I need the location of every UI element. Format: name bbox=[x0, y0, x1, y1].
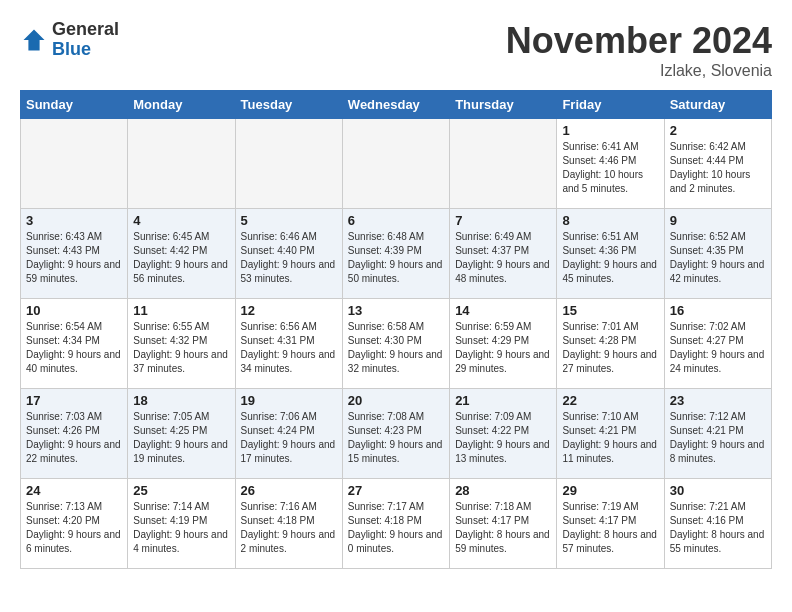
day-cell-3-3: 20 Sunrise: 7:08 AMSunset: 4:23 PMDaylig… bbox=[342, 389, 449, 479]
day-number: 6 bbox=[348, 213, 444, 228]
day-number: 4 bbox=[133, 213, 229, 228]
logo-icon bbox=[20, 26, 48, 54]
day-info: Sunrise: 6:55 AMSunset: 4:32 PMDaylight:… bbox=[133, 321, 228, 374]
day-info: Sunrise: 7:05 AMSunset: 4:25 PMDaylight:… bbox=[133, 411, 228, 464]
day-number: 23 bbox=[670, 393, 766, 408]
day-info: Sunrise: 7:16 AMSunset: 4:18 PMDaylight:… bbox=[241, 501, 336, 554]
day-info: Sunrise: 6:48 AMSunset: 4:39 PMDaylight:… bbox=[348, 231, 443, 284]
day-cell-4-0: 24 Sunrise: 7:13 AMSunset: 4:20 PMDaylig… bbox=[21, 479, 128, 569]
day-cell-1-3: 6 Sunrise: 6:48 AMSunset: 4:39 PMDayligh… bbox=[342, 209, 449, 299]
day-cell-0-5: 1 Sunrise: 6:41 AMSunset: 4:46 PMDayligh… bbox=[557, 119, 664, 209]
day-info: Sunrise: 6:46 AMSunset: 4:40 PMDaylight:… bbox=[241, 231, 336, 284]
day-number: 8 bbox=[562, 213, 658, 228]
day-info: Sunrise: 7:01 AMSunset: 4:28 PMDaylight:… bbox=[562, 321, 657, 374]
day-info: Sunrise: 6:51 AMSunset: 4:36 PMDaylight:… bbox=[562, 231, 657, 284]
calendar-table: Sunday Monday Tuesday Wednesday Thursday… bbox=[20, 90, 772, 569]
day-cell-4-5: 29 Sunrise: 7:19 AMSunset: 4:17 PMDaylig… bbox=[557, 479, 664, 569]
day-cell-2-0: 10 Sunrise: 6:54 AMSunset: 4:34 PMDaylig… bbox=[21, 299, 128, 389]
day-cell-4-4: 28 Sunrise: 7:18 AMSunset: 4:17 PMDaylig… bbox=[450, 479, 557, 569]
day-cell-2-3: 13 Sunrise: 6:58 AMSunset: 4:30 PMDaylig… bbox=[342, 299, 449, 389]
week-row-5: 24 Sunrise: 7:13 AMSunset: 4:20 PMDaylig… bbox=[21, 479, 772, 569]
header-monday: Monday bbox=[128, 91, 235, 119]
day-info: Sunrise: 6:41 AMSunset: 4:46 PMDaylight:… bbox=[562, 141, 643, 194]
day-cell-0-4 bbox=[450, 119, 557, 209]
day-cell-4-2: 26 Sunrise: 7:16 AMSunset: 4:18 PMDaylig… bbox=[235, 479, 342, 569]
day-cell-3-1: 18 Sunrise: 7:05 AMSunset: 4:25 PMDaylig… bbox=[128, 389, 235, 479]
day-number: 30 bbox=[670, 483, 766, 498]
day-cell-4-6: 30 Sunrise: 7:21 AMSunset: 4:16 PMDaylig… bbox=[664, 479, 771, 569]
day-info: Sunrise: 6:58 AMSunset: 4:30 PMDaylight:… bbox=[348, 321, 443, 374]
day-cell-2-5: 15 Sunrise: 7:01 AMSunset: 4:28 PMDaylig… bbox=[557, 299, 664, 389]
day-number: 17 bbox=[26, 393, 122, 408]
day-number: 2 bbox=[670, 123, 766, 138]
day-info: Sunrise: 6:45 AMSunset: 4:42 PMDaylight:… bbox=[133, 231, 228, 284]
day-number: 14 bbox=[455, 303, 551, 318]
day-number: 12 bbox=[241, 303, 337, 318]
day-cell-3-5: 22 Sunrise: 7:10 AMSunset: 4:21 PMDaylig… bbox=[557, 389, 664, 479]
logo-text: General Blue bbox=[52, 20, 119, 60]
day-cell-2-2: 12 Sunrise: 6:56 AMSunset: 4:31 PMDaylig… bbox=[235, 299, 342, 389]
header-sunday: Sunday bbox=[21, 91, 128, 119]
day-cell-1-0: 3 Sunrise: 6:43 AMSunset: 4:43 PMDayligh… bbox=[21, 209, 128, 299]
day-cell-3-6: 23 Sunrise: 7:12 AMSunset: 4:21 PMDaylig… bbox=[664, 389, 771, 479]
title-block: November 2024 Izlake, Slovenia bbox=[506, 20, 772, 80]
week-row-1: 1 Sunrise: 6:41 AMSunset: 4:46 PMDayligh… bbox=[21, 119, 772, 209]
day-info: Sunrise: 7:02 AMSunset: 4:27 PMDaylight:… bbox=[670, 321, 765, 374]
day-info: Sunrise: 6:49 AMSunset: 4:37 PMDaylight:… bbox=[455, 231, 550, 284]
day-cell-2-1: 11 Sunrise: 6:55 AMSunset: 4:32 PMDaylig… bbox=[128, 299, 235, 389]
day-info: Sunrise: 7:12 AMSunset: 4:21 PMDaylight:… bbox=[670, 411, 765, 464]
day-number: 29 bbox=[562, 483, 658, 498]
day-number: 15 bbox=[562, 303, 658, 318]
day-cell-1-2: 5 Sunrise: 6:46 AMSunset: 4:40 PMDayligh… bbox=[235, 209, 342, 299]
header-friday: Friday bbox=[557, 91, 664, 119]
week-row-2: 3 Sunrise: 6:43 AMSunset: 4:43 PMDayligh… bbox=[21, 209, 772, 299]
day-info: Sunrise: 7:10 AMSunset: 4:21 PMDaylight:… bbox=[562, 411, 657, 464]
day-number: 11 bbox=[133, 303, 229, 318]
day-number: 5 bbox=[241, 213, 337, 228]
logo: General Blue bbox=[20, 20, 119, 60]
header-thursday: Thursday bbox=[450, 91, 557, 119]
logo-blue: Blue bbox=[52, 40, 119, 60]
day-info: Sunrise: 7:18 AMSunset: 4:17 PMDaylight:… bbox=[455, 501, 550, 554]
day-cell-0-3 bbox=[342, 119, 449, 209]
day-number: 19 bbox=[241, 393, 337, 408]
day-number: 24 bbox=[26, 483, 122, 498]
day-cell-2-6: 16 Sunrise: 7:02 AMSunset: 4:27 PMDaylig… bbox=[664, 299, 771, 389]
day-info: Sunrise: 7:08 AMSunset: 4:23 PMDaylight:… bbox=[348, 411, 443, 464]
day-cell-1-5: 8 Sunrise: 6:51 AMSunset: 4:36 PMDayligh… bbox=[557, 209, 664, 299]
day-number: 3 bbox=[26, 213, 122, 228]
day-number: 20 bbox=[348, 393, 444, 408]
day-info: Sunrise: 7:03 AMSunset: 4:26 PMDaylight:… bbox=[26, 411, 121, 464]
month-title: November 2024 bbox=[506, 20, 772, 62]
day-number: 25 bbox=[133, 483, 229, 498]
day-info: Sunrise: 6:43 AMSunset: 4:43 PMDaylight:… bbox=[26, 231, 121, 284]
day-cell-0-0 bbox=[21, 119, 128, 209]
day-number: 9 bbox=[670, 213, 766, 228]
svg-marker-0 bbox=[24, 29, 45, 50]
day-number: 18 bbox=[133, 393, 229, 408]
header-wednesday: Wednesday bbox=[342, 91, 449, 119]
day-info: Sunrise: 7:09 AMSunset: 4:22 PMDaylight:… bbox=[455, 411, 550, 464]
day-cell-1-4: 7 Sunrise: 6:49 AMSunset: 4:37 PMDayligh… bbox=[450, 209, 557, 299]
day-number: 28 bbox=[455, 483, 551, 498]
day-number: 21 bbox=[455, 393, 551, 408]
day-info: Sunrise: 6:42 AMSunset: 4:44 PMDaylight:… bbox=[670, 141, 751, 194]
day-cell-1-6: 9 Sunrise: 6:52 AMSunset: 4:35 PMDayligh… bbox=[664, 209, 771, 299]
day-info: Sunrise: 6:54 AMSunset: 4:34 PMDaylight:… bbox=[26, 321, 121, 374]
day-info: Sunrise: 7:17 AMSunset: 4:18 PMDaylight:… bbox=[348, 501, 443, 554]
day-info: Sunrise: 6:59 AMSunset: 4:29 PMDaylight:… bbox=[455, 321, 550, 374]
day-info: Sunrise: 7:19 AMSunset: 4:17 PMDaylight:… bbox=[562, 501, 657, 554]
day-cell-4-3: 27 Sunrise: 7:17 AMSunset: 4:18 PMDaylig… bbox=[342, 479, 449, 569]
day-info: Sunrise: 7:14 AMSunset: 4:19 PMDaylight:… bbox=[133, 501, 228, 554]
day-cell-4-1: 25 Sunrise: 7:14 AMSunset: 4:19 PMDaylig… bbox=[128, 479, 235, 569]
day-cell-3-4: 21 Sunrise: 7:09 AMSunset: 4:22 PMDaylig… bbox=[450, 389, 557, 479]
day-info: Sunrise: 7:13 AMSunset: 4:20 PMDaylight:… bbox=[26, 501, 121, 554]
day-number: 7 bbox=[455, 213, 551, 228]
week-row-4: 17 Sunrise: 7:03 AMSunset: 4:26 PMDaylig… bbox=[21, 389, 772, 479]
day-cell-2-4: 14 Sunrise: 6:59 AMSunset: 4:29 PMDaylig… bbox=[450, 299, 557, 389]
logo-general: General bbox=[52, 20, 119, 40]
day-info: Sunrise: 7:21 AMSunset: 4:16 PMDaylight:… bbox=[670, 501, 765, 554]
day-info: Sunrise: 7:06 AMSunset: 4:24 PMDaylight:… bbox=[241, 411, 336, 464]
day-number: 22 bbox=[562, 393, 658, 408]
day-number: 13 bbox=[348, 303, 444, 318]
